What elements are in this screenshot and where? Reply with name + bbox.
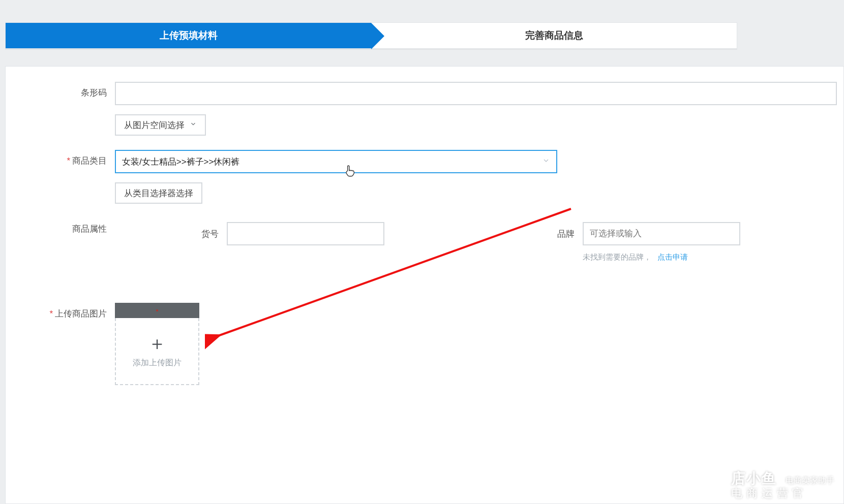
chevron-down-icon: [190, 120, 197, 130]
step-complete-info[interactable]: 完善商品信息: [371, 23, 737, 48]
sku-input[interactable]: [227, 222, 384, 245]
watermark-name: 店小鱼: [731, 470, 777, 486]
required-asterisk: *: [67, 156, 70, 166]
upload-add-text: 添加上传图片: [133, 358, 182, 368]
label-category-text: 商品类目: [72, 156, 107, 166]
required-asterisk: *: [49, 309, 53, 319]
step-upload-materials[interactable]: 上传预填材料: [6, 23, 371, 48]
category-value: 女装/女士精品>>裤子>>休闲裤: [122, 156, 239, 168]
label-barcode: 条形码: [6, 82, 115, 99]
watermark-line1: 电商卖家助手: [786, 476, 834, 485]
field-attributes: 货号 品牌 未找到需要的品牌， 点击申请: [115, 218, 843, 262]
row-upload: *上传商品图片 ＋ 添加上传图片: [6, 303, 843, 385]
label-attributes: 商品属性: [6, 218, 115, 235]
row-category: *商品类目 女装/女士精品>>裤子>>休闲裤 从类目选择器选择: [6, 150, 843, 204]
brand-apply-link[interactable]: 点击申请: [657, 253, 688, 261]
attr-brand-group: 品牌 未找到需要的品牌， 点击申请: [542, 222, 740, 262]
select-from-category-picker-label: 从类目选择器选择: [124, 187, 193, 199]
step-complete-label: 完善商品信息: [525, 29, 583, 42]
watermark-logo-icon: [696, 474, 726, 496]
field-barcode: 从图片空间选择: [115, 82, 843, 136]
row-barcode: 条形码 从图片空间选择: [6, 82, 843, 136]
step-upload-label: 上传预填材料: [160, 29, 218, 42]
page-root: 上传预填材料 完善商品信息 条形码 从图片空间选择: [0, 0, 844, 504]
brand-hint: 未找到需要的品牌， 点击申请: [583, 253, 740, 262]
plus-icon: ＋: [148, 334, 166, 353]
svg-point-1: [714, 481, 717, 484]
select-from-category-picker-button[interactable]: 从类目选择器选择: [115, 182, 202, 204]
label-sku: 货号: [115, 228, 227, 240]
watermark-line2: 电商运营官: [731, 487, 834, 499]
progress-steps: 上传预填材料 完善商品信息: [5, 22, 737, 49]
attr-sku-group: 货号: [115, 222, 481, 245]
watermark: 店小鱼 电商卖家助手 电商运营官: [696, 470, 834, 499]
upload-add-image-button[interactable]: ＋ 添加上传图片: [115, 318, 199, 385]
select-from-image-space-button[interactable]: 从图片空间选择: [115, 114, 206, 136]
form-card: 条形码 从图片空间选择 *商品类目: [5, 66, 844, 504]
brand-hint-text: 未找到需要的品牌，: [583, 253, 651, 261]
label-barcode-text: 条形码: [81, 88, 107, 98]
label-brand: 品牌: [542, 228, 583, 240]
brand-input[interactable]: [583, 222, 740, 245]
label-category: *商品类目: [6, 150, 115, 167]
chevron-down-icon: [542, 156, 550, 167]
attributes-subrow: 货号 品牌 未找到需要的品牌， 点击申请: [115, 222, 833, 262]
label-upload-text: 上传商品图片: [55, 309, 107, 319]
row-attributes: 商品属性 货号 品牌 未找到需要的品牌， 点击: [6, 218, 843, 262]
category-select[interactable]: 女装/女士精品>>裤子>>休闲裤: [115, 150, 557, 173]
field-upload: ＋ 添加上传图片: [115, 303, 843, 385]
field-category: 女装/女士精品>>裤子>>休闲裤 从类目选择器选择: [115, 150, 843, 204]
upload-header-bar: [115, 303, 199, 318]
select-from-image-space-label: 从图片空间选择: [124, 119, 185, 131]
label-upload: *上传商品图片: [6, 303, 115, 320]
barcode-input[interactable]: [115, 82, 837, 105]
label-attributes-text: 商品属性: [72, 224, 107, 234]
